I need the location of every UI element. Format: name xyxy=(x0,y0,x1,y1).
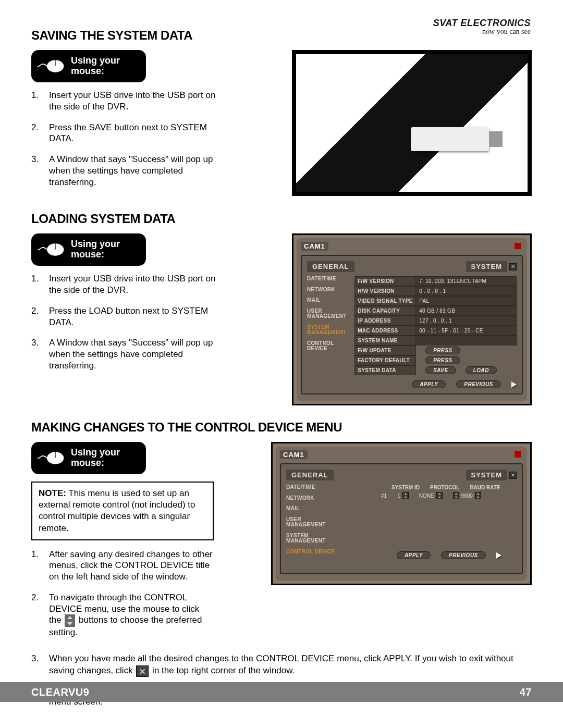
step: A Window that says "Success" will pop up… xyxy=(31,337,224,371)
section-loading: LOADING SYSTEM DATA Using your mouse: In… xyxy=(31,212,532,405)
sidebar-item[interactable]: DATE/TIME xyxy=(286,485,336,490)
step: A Window that says "Success" will pop up… xyxy=(31,154,224,188)
spinner-icon[interactable] xyxy=(436,492,443,499)
section-saving: SAVING THE SYSTEM DATA Using your mouse:… xyxy=(31,28,532,197)
mouse-icon xyxy=(38,55,66,77)
sidebar-item[interactable]: NETWORK xyxy=(307,287,351,293)
load-button[interactable]: LOAD xyxy=(466,366,497,374)
apply-button[interactable]: APPLY xyxy=(397,551,431,559)
settings-panel: GENERAL SYSTEM ✕ DATE/TIME NETWORK xyxy=(280,463,523,574)
row-id-label: #1 xyxy=(381,492,387,499)
spinner-icon[interactable] xyxy=(453,492,459,499)
close-icon[interactable]: ✕ xyxy=(509,263,517,270)
manual-page: SVAT ELECTRONICS now you can see SAVING … xyxy=(0,0,563,728)
mouse-icon xyxy=(38,447,66,469)
note-box: NOTE: This menu is used to set up an ext… xyxy=(31,482,214,540)
col-header: PROTOCOL xyxy=(430,485,459,490)
sidebar-item[interactable]: USER MANAGEMENT xyxy=(307,309,351,319)
usb-photo xyxy=(292,50,532,196)
control-device-form: SYSTEM ID PROTOCOL BAUD RATE #1 1 NONE 9… xyxy=(339,485,517,568)
close-icon xyxy=(136,665,149,677)
press-button[interactable]: PRESS xyxy=(425,356,460,364)
accent-dot: . xyxy=(126,102,128,112)
mouse-badge: Using your mouse: xyxy=(31,233,146,266)
sidebar-item[interactable]: NETWORK xyxy=(286,496,336,501)
mouse-badge: Using your mouse: xyxy=(31,50,146,82)
brand-company: SVAT ELECTRONICS xyxy=(433,18,531,29)
tab-system[interactable]: SYSTEM xyxy=(466,261,507,272)
system-form: F/W VERSION7. 10. 003. 131ENCUTAPM H/W V… xyxy=(354,276,517,388)
tab-system[interactable]: SYSTEM xyxy=(466,470,507,480)
step: When you have made all the desired chang… xyxy=(31,653,532,677)
mouse-icon xyxy=(38,239,66,261)
mouse-badge: Using your mouse: xyxy=(31,442,146,474)
previous-button[interactable]: PREVIOUS xyxy=(456,380,501,388)
note-label: NOTE: xyxy=(39,488,66,498)
dvr-screenshot-control: CAM1 GENERAL SYSTEM ✕ xyxy=(271,442,532,585)
steps-list: After saving any desired changes to othe… xyxy=(31,549,214,639)
step: Press the LOAD button next to SYSTEM DAT… xyxy=(31,305,224,328)
settings-sidebar: DATE/TIME NETWORK MAIL USER MANAGEMENT S… xyxy=(286,485,336,568)
step: Insert your USB drive into the USB port … xyxy=(31,273,224,296)
section-title: LOADING SYSTEM DATA xyxy=(31,212,532,226)
step: After saving any desired changes to othe… xyxy=(31,549,214,583)
sidebar-item[interactable]: MAIL xyxy=(307,298,351,303)
spinner-icon[interactable] xyxy=(475,492,481,499)
section-title: MAKING CHANGES TO THE CONTROL DEVICE MEN… xyxy=(31,420,532,435)
mouse-badge-label: Using your mouse: xyxy=(71,239,140,260)
settings-sidebar: DATE/TIME NETWORK MAIL USER MANAGEMENT S… xyxy=(307,276,351,388)
steps-list: Insert your USB drive into the USB port … xyxy=(31,273,224,371)
steps-list: Insert your USB drive into the USB port … xyxy=(31,90,224,188)
section-title: SAVING THE SYSTEM DATA xyxy=(31,28,532,43)
cursor-icon xyxy=(496,552,501,559)
step: Insert your USB drive into the USB port … xyxy=(31,90,224,113)
close-icon[interactable]: ✕ xyxy=(509,472,517,479)
tab-general[interactable]: GENERAL xyxy=(286,470,334,480)
sidebar-item[interactable]: USER MANAGEMENT xyxy=(286,517,336,528)
mouse-badge-label: Using your mouse: xyxy=(71,448,140,468)
usb-stick-shape xyxy=(411,127,489,151)
page-number: 47 xyxy=(520,686,532,698)
save-button[interactable]: SAVE xyxy=(425,366,456,374)
step: To navigate through the CONTROL DEVICE m… xyxy=(31,592,214,638)
settings-panel: GENERAL SYSTEM ✕ DATE/TIME NETWORK xyxy=(301,255,523,394)
sidebar-item[interactable]: SYSTEM MANAGEMENT xyxy=(286,533,336,544)
cursor-icon xyxy=(511,381,517,388)
previous-button[interactable]: PREVIOUS xyxy=(441,551,486,559)
page-footer: CLEARVU9 47 xyxy=(0,682,563,702)
record-icon xyxy=(515,451,521,458)
sidebar-item-active[interactable]: SYSTEM MANAGEMENT xyxy=(307,325,351,336)
sidebar-item[interactable]: DATE/TIME xyxy=(307,276,351,282)
sidebar-item-active[interactable]: CONTROL DEVICE xyxy=(286,549,336,555)
sidebar-item[interactable]: MAIL xyxy=(286,506,336,512)
mouse-badge-label: Using your mouse: xyxy=(71,56,140,77)
record-icon xyxy=(515,243,521,249)
tab-general[interactable]: GENERAL xyxy=(307,261,354,272)
section-control-device: MAKING CHANGES TO THE CONTROL DEVICE MEN… xyxy=(31,420,532,708)
col-header: BAUD RATE xyxy=(470,485,500,490)
product-name: CLEARVU9 xyxy=(31,686,89,698)
sidebar-item[interactable]: CONTROL DEVICE xyxy=(307,341,351,352)
col-header: SYSTEM ID xyxy=(391,485,420,490)
spinner-icon xyxy=(65,614,75,627)
cam-label: CAM1 xyxy=(280,450,308,459)
dvr-screenshot-system: CAM1 GENERAL SYSTEM ✕ xyxy=(292,233,532,405)
apply-button[interactable]: APPLY xyxy=(412,380,446,388)
cam-label: CAM1 xyxy=(301,242,328,251)
spinner-icon[interactable] xyxy=(402,492,409,499)
press-button[interactable]: PRESS xyxy=(425,347,460,354)
step: Press the SAVE button next to SYSTEM DAT… xyxy=(31,122,224,145)
